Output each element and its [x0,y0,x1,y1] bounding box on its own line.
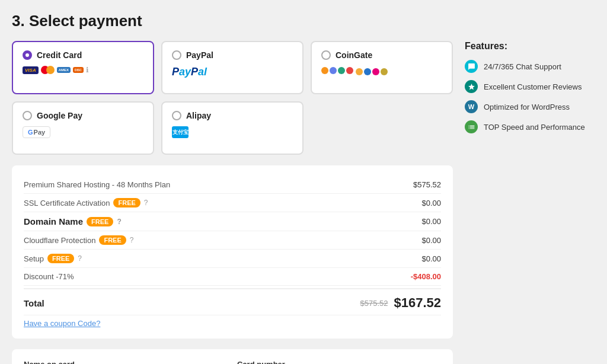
usdc-icon [364,68,371,75]
setup-value: $0.00 [421,254,441,263]
card-number-label: Card number [237,360,441,364]
feature-speed: TOP Speed and Performance [465,120,595,133]
hosting-label: Premium Shared Hosting - 48 Months Plan [24,180,170,189]
feature-reviews-text: Excellent Customer Reviews [484,82,582,91]
name-on-card-label: Name on card [24,360,228,364]
payment-option-coingate[interactable]: CoinGate [311,41,453,94]
discover-icon: DISC [73,67,84,73]
payment-option-alipay[interactable]: Alipay 支付宝 [161,101,304,155]
setup-free-badge: FREE [47,254,74,263]
speed-icon [465,120,478,133]
ssl-help-icon[interactable]: ? [144,199,148,207]
avax-icon [346,67,353,74]
summary-row-setup: Setup FREE ? $0.00 [24,250,441,268]
card-form: Name on card Card number [12,349,453,364]
googlepay-label: Google Pay [37,111,82,120]
discount-label: Discount -71% [24,272,74,281]
domain-value: $0.00 [421,217,441,226]
hosting-value: $575.52 [413,180,441,189]
feature-reviews: Excellent Customer Reviews [465,80,595,93]
amex-icon: AMEX [57,67,71,73]
total-final: $167.52 [394,295,441,311]
order-summary: Premium Shared Hosting - 48 Months Plan … [12,165,453,339]
domain-label: Domain Name FREE ? [24,216,122,226]
ssl-value: $0.00 [421,199,441,207]
payment-option-credit-card[interactable]: Credit Card VISA AMEX DISC ℹ [12,41,154,94]
feature-wordpress: W Optimized for WordPress [465,100,595,113]
feature-chat: 24/7/365 Chat Support [465,60,595,73]
radio-paypal [172,50,181,60]
alipay-logo: 支付宝 [172,126,293,138]
radio-credit-card [23,50,32,60]
wordpress-icon: W [465,100,478,113]
summary-row-hosting: Premium Shared Hosting - 48 Months Plan … [24,176,441,194]
summary-row-total: Total $575.52 $167.52 [24,288,441,315]
radio-alipay [172,111,181,120]
tether-icon [338,67,345,74]
mastercard-icon [41,66,55,74]
feature-chat-text: 24/7/365 Chat Support [484,62,561,71]
bitcoin-icon [321,67,328,74]
feature-speed-text: TOP Speed and Performance [484,123,585,132]
credit-card-label: Credit Card [37,50,82,60]
setup-label: Setup FREE ? [24,254,82,263]
coingate-label: CoinGate [336,50,372,60]
ethereum-icon [330,67,337,74]
features-panel: Features: 24/7/365 Chat Support Excellen… [465,41,595,364]
total-original: $575.52 [360,299,388,308]
radio-googlepay [23,111,32,120]
setup-help-icon[interactable]: ? [78,254,82,263]
name-on-card-group: Name on card [24,360,228,364]
domain-help-icon[interactable]: ? [117,218,121,226]
payment-option-paypal[interactable]: PayPal PayPal [161,41,304,94]
ssl-free-badge: FREE [113,198,140,207]
domain-free-badge: FREE [87,217,113,226]
ltc-icon [381,68,388,75]
discount-value: -$408.00 [411,272,441,281]
ssl-label: SSL Certificate Activation FREE ? [24,198,148,207]
paypal-logo: PayPal [172,66,293,78]
cloudflare-label: Cloudflare Protection FREE ? [24,235,133,245]
cloudflare-help-icon[interactable]: ? [130,236,134,244]
credit-card-icons: VISA AMEX DISC ℹ [23,66,143,74]
card-number-group: Card number [237,360,441,364]
bnb-icon [356,68,363,75]
payment-grid: Credit Card VISA AMEX DISC ℹ PayPal [12,41,453,155]
summary-row-cloudflare: Cloudflare Protection FREE ? $0.00 [24,231,441,250]
summary-row-ssl: SSL Certificate Activation FREE ? $0.00 [24,194,441,212]
page-title: 3. Select payment [12,12,595,30]
payment-option-googlepay[interactable]: Google Pay GPay [12,101,154,155]
summary-row-domain: Domain Name FREE ? $0.00 [24,212,441,231]
alipay-label: Alipay [186,111,211,120]
card-form-row: Name on card Card number [24,360,441,364]
star-icon [465,80,478,93]
dot-icon [372,68,379,75]
features-title: Features: [465,41,595,52]
coingate-icons [321,66,442,75]
visa-icon: VISA [23,66,39,74]
chat-icon [465,60,478,73]
radio-coingate [321,50,331,60]
summary-row-discount: Discount -71% -$408.00 [24,268,441,286]
left-column: Credit Card VISA AMEX DISC ℹ PayPal [12,41,453,364]
coupon-link[interactable]: Have a coupon Code? [24,319,441,328]
googlepay-logo: GPay [23,126,143,138]
paypal-label: PayPal [186,50,213,60]
cloudflare-free-badge: FREE [99,235,126,245]
total-label: Total [24,298,44,308]
cloudflare-value: $0.00 [421,236,441,245]
main-layout: Credit Card VISA AMEX DISC ℹ PayPal [12,41,595,364]
feature-wordpress-text: Optimized for WordPress [484,103,570,111]
total-prices: $575.52 $167.52 [360,295,441,311]
credit-card-info-icon: ℹ [86,66,89,74]
